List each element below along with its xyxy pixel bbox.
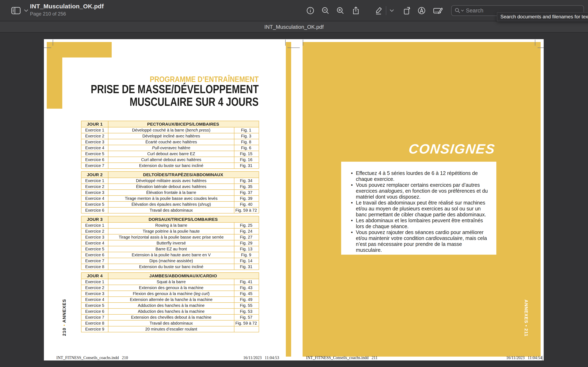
figure-cell: Fig. 53 [234,309,258,314]
figure-cell: Fig. 3 [234,133,258,139]
exercise-name-cell: Adduction des hanches à la machine [108,303,234,308]
figure-cell: Fig. 57 [234,315,258,320]
muscles-cell: PECTORAUX/BICEPS/LOMBAIRES [108,121,258,127]
side-dot: • [62,323,67,326]
figure-cell: Fig. 41 [234,279,258,285]
highlight-button[interactable] [374,6,383,15]
exercise-number-cell: Exercice 3 [81,291,108,296]
table-header-row: JOUR 3DORSAUX/TRICEPS/LOMBAIRES [81,216,259,222]
rotate-left-button[interactable] [402,6,412,15]
sidebar-icon [11,6,21,15]
consignes-box: Effectuez 4 à 5 séries lourdes de 6 à 12… [341,162,496,255]
table-row: Exercice 2Développé incliné avec haltère… [81,133,259,139]
crop-mark [535,40,535,46]
highlight-pen-icon [374,6,383,15]
right-page-slug: INT_FITNESS_Conseils_coachs.indd 211 16/… [306,355,542,360]
figure-cell: Fig. 16 [234,157,258,162]
figure-cell: Fig. 14 [234,258,258,264]
exercise-name-cell: Dips (machine assistée) [108,258,234,264]
table-row: Exercice 6Abduction des hanches à la mac… [81,308,259,314]
figure-cell: Fig. 24 [234,229,258,234]
table-row: Exercice 6Travail des abdominauxFig. 59 … [81,207,259,213]
exercise-name-cell: Curl alterné debout avec haltères [108,157,234,162]
crop-mark [53,40,53,46]
info-icon [306,6,315,15]
table-row: Exercice 4Butterfly inverséFig. 29 [81,240,259,246]
exercise-number-cell: Exercice 4 [81,196,108,201]
pdf-spread[interactable]: PROGRAMME D’ENTRAÎNEMENT PRISE DE MASSE/… [44,39,544,360]
table-row: Exercice 8Extension du buste sur banc in… [81,264,259,269]
page-title-line2: MUSCULAIRE SUR 4 JOURS [130,95,259,108]
exercise-name-cell: Rowing à la barre [108,223,234,228]
rotate-left-icon [402,6,412,15]
exercise-table: JOUR 2DELTOÏDES/TRAPÈZES/ABDOMINAUXExerc… [81,171,259,213]
exercise-number-cell: Exercice 1 [81,279,108,285]
tab-document[interactable]: INT_Musculation_OK.pdf [264,24,324,30]
info-button[interactable] [306,6,315,15]
markup-icon [417,6,426,15]
exercise-number-cell: Exercice 3 [81,234,108,240]
exercise-name-cell: Extension alternée de la hanche à la mac… [108,297,234,302]
figure-cell: Fig. 6 [234,145,258,151]
figure-cell: Fig. 1 [234,127,258,133]
table-row: Exercice 5Barre EZ au frontFig. 13 [81,246,259,252]
figure-cell: Fig. 13 [234,246,258,252]
center-gold-band [286,42,291,357]
table-row: Exercice 8Travail des abdominauxFig. 59 … [81,320,259,326]
exercise-name-cell: Flexion des genoux à la machine (leg cur… [108,291,234,296]
exercise-number-cell: Exercice 2 [81,229,108,234]
exercise-name-cell: Butterfly inversé [108,240,234,246]
figure-cell: Fig. 45 [234,291,258,296]
share-button[interactable] [351,6,360,15]
consigne-item: Vous pouvez rajouter des séances cardio … [351,229,488,253]
table-row: Exercice 7Extension des chevilles debout… [81,314,259,320]
exercise-number-cell: Exercice 1 [81,127,108,133]
exercise-table: JOUR 4JAMBES/ABDOMINAUX/CARDIOExercice 1… [81,272,259,332]
crop-mark [542,356,543,360]
search-scope-chevron-icon[interactable] [461,9,464,12]
zoom-in-button[interactable] [336,6,345,15]
exercise-name-cell: Développé couché à la barre (bench press… [108,127,234,133]
sidebar-toggle-button[interactable] [11,6,21,15]
exercise-number-cell: Exercice 5 [81,151,108,157]
exercise-number-cell: Exercice 2 [81,133,108,139]
side-page-number: 211 [524,328,529,337]
table-row: Exercice 7Dips (machine assistée)Fig. 14 [81,258,259,264]
figure-cell: Fig. 27 [234,234,258,240]
toolbar-divider [386,6,386,15]
exercise-number-cell: Exercice 6 [81,252,108,258]
side-page-number: 210 [62,328,67,336]
tab-bar: INT_Musculation_OK.pdf [0,22,588,33]
day-cell: JOUR 3 [81,216,108,222]
zoom-out-button[interactable] [321,6,330,15]
exercise-name-cell: Pull-over avec haltère [108,145,234,151]
sidebar-chevron-icon[interactable] [24,9,28,12]
side-section-word: ANNEXES [524,300,529,323]
exercise-name-cell: Développé militaire assis avec haltères [108,178,234,184]
title-block: INT_Musculation_OK.pdf Page 210 of 256 [30,3,104,17]
markup-button[interactable] [417,6,426,15]
exercise-number-cell: Exercice 8 [81,264,108,269]
exercise-number-cell: Exercice 4 [81,297,108,302]
muscles-cell: JAMBES/ABDOMINAUX/CARDIO [108,273,258,279]
exercise-number-cell: Exercice 7 [81,258,108,264]
exercise-number-cell: Exercice 2 [81,184,108,189]
highlight-options-chevron[interactable] [389,9,394,12]
table-row: Exercice 1Rowing à la barreFig. 25 [81,222,259,228]
search-icon [454,8,461,14]
table-row: Exercice 3Tirage horizontal assis à la p… [81,234,259,240]
exercise-table: JOUR 1PECTORAUX/BICEPS/LOMBAIRESExercice… [81,121,259,169]
exercise-number-cell: Exercice 4 [81,240,108,246]
page-title-line1: PRISE DE MASSE/DÉVELOPPEMENT [91,83,259,95]
table-row: Exercice 7Extension du buste sur banc in… [81,162,259,168]
exercise-number-cell: Exercice 6 [81,309,108,314]
side-dot: • [524,325,529,328]
autofill-sign-button[interactable] [433,6,443,15]
muscles-cell: DORSAUX/TRICEPS/LOMBAIRES [108,216,258,222]
exercise-number-cell: Exercice 2 [81,285,108,291]
figure-cell: Fig. 39 [234,196,258,201]
exercise-table: JOUR 3DORSAUX/TRICEPS/LOMBAIRESExercice … [81,216,259,270]
table-row: Exercice 6Curl alterné debout avec haltè… [81,157,259,162]
search-tooltip: Search documents and filenames for text [497,12,588,21]
side-section-word: ANNEXES [62,299,67,323]
